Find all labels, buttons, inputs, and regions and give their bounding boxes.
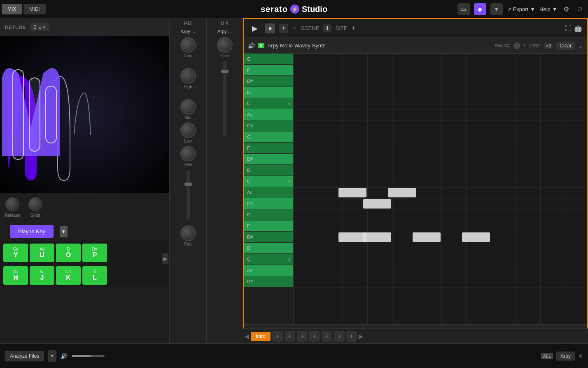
gain-knob[interactable] [180, 37, 196, 53]
help-button[interactable]: Help ▼ [539, 6, 558, 12]
key-row-5[interactable]: A# [244, 109, 293, 120]
key-row-9[interactable]: D# [244, 154, 293, 165]
note-2[interactable] [388, 188, 416, 197]
detune-arrows[interactable]: ▲▼ [38, 25, 46, 30]
key-note-label: G [247, 134, 251, 139]
bottom-close-button[interactable]: ✕ [578, 353, 583, 359]
mid-knob[interactable] [180, 99, 196, 115]
fader-handle-2[interactable] [221, 70, 229, 73]
scene-minus-button[interactable]: − [292, 24, 297, 33]
piano-key-p[interactable]: D#P [82, 244, 107, 262]
s-badge[interactable]: S [258, 43, 264, 48]
scene-plus-button[interactable]: + [351, 24, 356, 33]
shield-icon[interactable]: ◆ [474, 3, 486, 15]
volume-icon[interactable]: 🔊 [61, 353, 68, 359]
key-row-15[interactable]: F [244, 220, 293, 232]
note-3[interactable] [338, 232, 366, 242]
piano-key-y[interactable]: G#Y [3, 244, 28, 262]
gain-knob-2[interactable] [217, 37, 233, 53]
user-icon[interactable]: ☺ [575, 4, 585, 14]
swing-knob[interactable] [513, 42, 520, 49]
note-5[interactable] [413, 232, 441, 242]
robot-button[interactable]: 🤖 [574, 24, 582, 32]
low-knob[interactable] [180, 122, 196, 138]
key-row-2[interactable]: D# [244, 76, 293, 87]
settings-icon[interactable]: ⚙ [562, 4, 571, 15]
clear-button[interactable]: Clear [556, 42, 575, 50]
channel-dots-1[interactable]: ··· [185, 58, 191, 66]
key-row-12[interactable]: A# [244, 187, 293, 198]
channel-dots-2[interactable]: ··· [185, 89, 191, 96]
scroll-right-arrow[interactable]: ▶ [162, 253, 168, 264]
osc-slider-3[interactable] [45, 86, 57, 143]
scene-next-arrow[interactable]: ▶ [359, 333, 363, 340]
scene-tab-intro[interactable]: Intro [251, 332, 271, 341]
glide-knob[interactable] [28, 197, 42, 211]
scene-add-5[interactable]: + [322, 331, 332, 342]
volume-slider[interactable] [72, 355, 105, 357]
scene-prev-arrow[interactable]: ◀ [245, 333, 249, 340]
key-row-0[interactable]: G [244, 54, 293, 65]
piano-key2-h[interactable]: G#H [3, 266, 28, 285]
key-note: A# [34, 270, 50, 274]
piano-key-o[interactable]: DO [56, 244, 81, 262]
key-row-4[interactable]: C5 [244, 98, 293, 109]
midi-tab[interactable]: MIDI [23, 4, 45, 14]
scene-add-3[interactable]: + [297, 331, 308, 342]
key-row-13[interactable]: G# [244, 198, 293, 209]
transport-dropdown[interactable]: ▾ [279, 24, 288, 33]
low-label: Low [184, 139, 191, 143]
piano-key2-l[interactable]: DL [82, 266, 107, 285]
key-row-6[interactable]: G# [244, 120, 293, 131]
note-0[interactable] [338, 188, 366, 197]
key-row-14[interactable]: G [244, 209, 293, 220]
note-4[interactable] [363, 232, 391, 242]
stop-button[interactable]: ■ [265, 23, 275, 33]
filter-knob[interactable] [180, 146, 196, 162]
channel-fader[interactable] [187, 170, 190, 220]
collapse-button[interactable]: ⌄ [578, 42, 583, 49]
play-in-key-button[interactable]: Play In Key [10, 225, 54, 238]
high-knob[interactable] [180, 68, 196, 84]
key-row-20[interactable]: G# [244, 276, 293, 287]
swing-dropdown[interactable]: ▾ [523, 43, 526, 48]
hline-20 [293, 276, 587, 277]
key-row-18[interactable]: C3 [244, 254, 293, 265]
key-row-10[interactable]: D [244, 165, 293, 176]
key-row-19[interactable]: A# [244, 265, 293, 276]
pan-knob[interactable] [180, 225, 196, 241]
release-knob[interactable] [5, 197, 19, 211]
export-button[interactable]: ↗ Export ▼ [507, 6, 535, 12]
key-row-3[interactable]: D [244, 87, 293, 98]
piano-key-u[interactable]: A#U [30, 244, 54, 262]
key-row-8[interactable]: F [244, 143, 293, 154]
grid-area[interactable] [293, 54, 587, 324]
key-row-16[interactable]: D# [244, 232, 293, 243]
scene-add-7[interactable]: + [346, 331, 357, 342]
osc-slider-2[interactable] [29, 77, 40, 152]
scene-add-6[interactable]: + [334, 331, 345, 342]
channel-fader-2[interactable] [223, 61, 226, 136]
scene-add-2[interactable]: + [285, 331, 295, 342]
mix-tab[interactable]: MIX [2, 4, 22, 14]
play-in-key-dropdown[interactable]: ▾ [60, 226, 68, 237]
key-row-7[interactable]: G [244, 131, 293, 143]
key-row-1[interactable]: F [244, 65, 293, 76]
fader-handle[interactable] [184, 183, 192, 186]
key-row-11[interactable]: C4 [244, 176, 293, 187]
fullscreen-button[interactable]: ⛶ [565, 25, 572, 32]
analyze-files-button[interactable]: Analyze Files [5, 351, 44, 361]
note-6[interactable] [462, 232, 490, 242]
piano-key2-j[interactable]: A#J [30, 266, 54, 285]
note-1[interactable] [363, 199, 391, 209]
dropdown-icon[interactable]: ▼ [490, 3, 503, 15]
osc-slider-1[interactable] [12, 69, 24, 160]
scene-add-1[interactable]: + [272, 331, 283, 342]
play-button[interactable]: ▶ [249, 22, 261, 35]
scene-add-4[interactable]: + [309, 331, 320, 342]
piano-key2-k[interactable]: C 4K [56, 266, 81, 285]
key-row-17[interactable]: D [244, 243, 293, 254]
analyze-dropdown[interactable]: ▾ [48, 350, 56, 362]
bookmark-icon[interactable]: ▭ [457, 3, 470, 15]
key-note-label: G# [247, 123, 253, 128]
